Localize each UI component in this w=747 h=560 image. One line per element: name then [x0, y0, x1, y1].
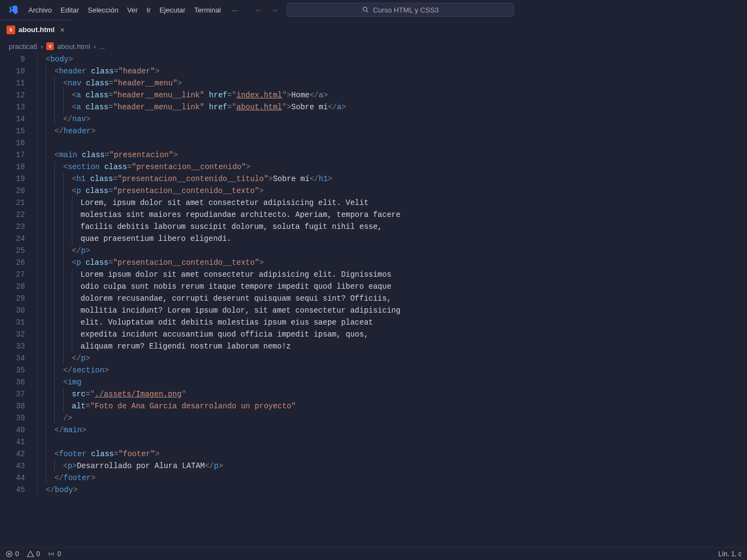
code-line[interactable]: <p>Desarrollado por Alura LATAM</p> — [37, 460, 747, 472]
menu-terminal[interactable]: Terminal — [190, 4, 225, 16]
menu-ver[interactable]: Ver — [123, 4, 143, 16]
line-number: 27 — [0, 269, 25, 281]
command-center-search[interactable]: Curso HTML y CSS3 — [287, 3, 514, 17]
code-line[interactable]: mollitia incidunt? Lorem ipsum dolor, si… — [37, 304, 747, 316]
line-number: 40 — [0, 424, 25, 436]
close-icon[interactable]: × — [60, 26, 64, 34]
code-line[interactable]: elit. Voluptatum odit debitis molestias … — [37, 316, 747, 328]
code-line[interactable]: <img — [37, 376, 747, 388]
line-number: 42 — [0, 448, 25, 460]
menu-overflow-icon[interactable]: ··· — [227, 4, 242, 16]
code-line[interactable]: <p class="presentacion__contenido__texto… — [37, 257, 747, 269]
code-line[interactable]: /> — [37, 412, 747, 424]
status-cursor-position[interactable]: Lín. 1, c — [718, 550, 742, 558]
code-line[interactable]: aliquam rerum? Eligendi nostrum laborum … — [37, 340, 747, 352]
line-number: 11 — [0, 77, 25, 89]
breadcrumbs[interactable]: practica6 › 5 about.html › ... — [0, 39, 747, 53]
line-number: 19 — [0, 173, 25, 185]
code-line[interactable]: </nav> — [37, 113, 747, 125]
line-number: 20 — [0, 185, 25, 197]
nav-back-icon[interactable]: ← — [255, 6, 262, 14]
line-number: 22 — [0, 209, 25, 221]
status-errors[interactable]: 0 — [5, 550, 19, 558]
menu-ejecutar[interactable]: Ejecutar — [155, 4, 190, 16]
line-number: 37 — [0, 388, 25, 400]
code-line[interactable]: dolorem recusandae, corrupti deserunt qu… — [37, 293, 747, 304]
code-line[interactable]: <p class="presentacion__contenido__texto… — [37, 185, 747, 197]
code-line[interactable]: quae praesentium libero eligendi. — [37, 233, 747, 245]
html5-icon: 5 — [46, 42, 54, 50]
tabs-bar: 5 about.html × — [0, 20, 747, 39]
code-line[interactable]: <a class="header__menu__link" href="inde… — [37, 89, 747, 101]
menu-selección[interactable]: Selección — [83, 4, 122, 16]
code-line[interactable]: </body> — [37, 484, 747, 496]
code-line[interactable]: Lorem ipsum dolor sit amet consectetur a… — [37, 269, 747, 281]
code-line[interactable]: src="./assets/Imagen.png" — [37, 388, 747, 400]
status-warnings[interactable]: 0 — [27, 550, 40, 558]
line-number: 28 — [0, 281, 25, 293]
line-number: 45 — [0, 484, 25, 496]
svg-point-5 — [51, 553, 52, 554]
code-line[interactable]: Lorem, ipsum dolor sit amet consectetur … — [37, 197, 747, 209]
code-line[interactable]: expedita incidunt accusantium quod offic… — [37, 328, 747, 340]
html5-icon: 5 — [7, 26, 15, 34]
code-line[interactable]: </header> — [37, 125, 747, 137]
code-line[interactable]: odio culpa sunt nobis rerum itaque tempo… — [37, 281, 747, 293]
code-line[interactable]: facilis debitis laborum suscipit dolorum… — [37, 221, 747, 233]
code-line[interactable]: </p> — [37, 352, 747, 364]
line-number: 12 — [0, 89, 25, 101]
warning-count: 0 — [36, 550, 40, 558]
code-line[interactable]: <footer class="footer"> — [37, 448, 747, 460]
editor[interactable]: 9101112131415161718192021222324252627282… — [0, 53, 747, 547]
search-icon — [362, 6, 369, 14]
line-number: 18 — [0, 161, 25, 173]
menu-archivo[interactable]: Archivo — [24, 4, 56, 16]
status-ports[interactable]: 0 — [47, 550, 61, 558]
code-line[interactable]: alt="Foto de Ana García desarrolando un … — [37, 400, 747, 412]
line-number: 13 — [0, 101, 25, 113]
code-line[interactable]: </section> — [37, 364, 747, 376]
line-number: 16 — [0, 137, 25, 149]
breadcrumb-trailing[interactable]: ... — [99, 42, 105, 51]
code-line[interactable]: <main class="presentacion"> — [37, 149, 747, 161]
line-number: 24 — [0, 233, 25, 245]
line-number: 32 — [0, 328, 25, 340]
radio-icon — [47, 550, 55, 558]
line-number: 30 — [0, 304, 25, 316]
breadcrumb-item[interactable]: about.html — [57, 42, 90, 51]
code-line[interactable]: <body> — [37, 53, 747, 65]
line-number: 29 — [0, 293, 25, 304]
code-line[interactable]: </footer> — [37, 472, 747, 484]
nav-forward-icon[interactable]: → — [271, 6, 278, 14]
code-line[interactable] — [37, 137, 747, 149]
chevron-right-icon: › — [94, 42, 96, 51]
tab-about-html[interactable]: 5 about.html × — [0, 20, 72, 39]
tab-label: about.html — [18, 26, 54, 34]
line-number: 35 — [0, 364, 25, 376]
line-number: 21 — [0, 197, 25, 209]
line-number: 38 — [0, 400, 25, 412]
line-number: 31 — [0, 316, 25, 328]
code-line[interactable]: </main> — [37, 424, 747, 436]
code-line[interactable]: <nav class="header__menu"> — [37, 77, 747, 89]
line-number: 26 — [0, 257, 25, 269]
line-number: 17 — [0, 149, 25, 161]
cursor-position-text: Lín. 1, c — [718, 550, 742, 558]
code-line[interactable]: <a class="header__menu__link" href="abou… — [37, 101, 747, 113]
line-number: 10 — [0, 65, 25, 77]
line-number: 39 — [0, 412, 25, 424]
svg-line-1 — [367, 11, 368, 13]
line-number: 43 — [0, 460, 25, 472]
breadcrumb-item[interactable]: practica6 — [9, 42, 38, 51]
code-line[interactable]: molestias sint maiores repudiandae archi… — [37, 209, 747, 221]
code-area[interactable]: <body><header class="header"><nav class=… — [35, 53, 747, 547]
error-icon — [5, 550, 13, 558]
code-line[interactable]: </p> — [37, 245, 747, 257]
code-line[interactable] — [37, 436, 747, 448]
code-line[interactable]: <h1 class="presentacion__contenido__titu… — [37, 173, 747, 185]
menu-editar[interactable]: Editar — [56, 4, 83, 16]
menu-ir[interactable]: Ir — [142, 4, 155, 16]
code-line[interactable]: <header class="header"> — [37, 65, 747, 77]
vscode-logo-icon — [8, 4, 18, 15]
code-line[interactable]: <section class="presentacion__contenido"… — [37, 161, 747, 173]
